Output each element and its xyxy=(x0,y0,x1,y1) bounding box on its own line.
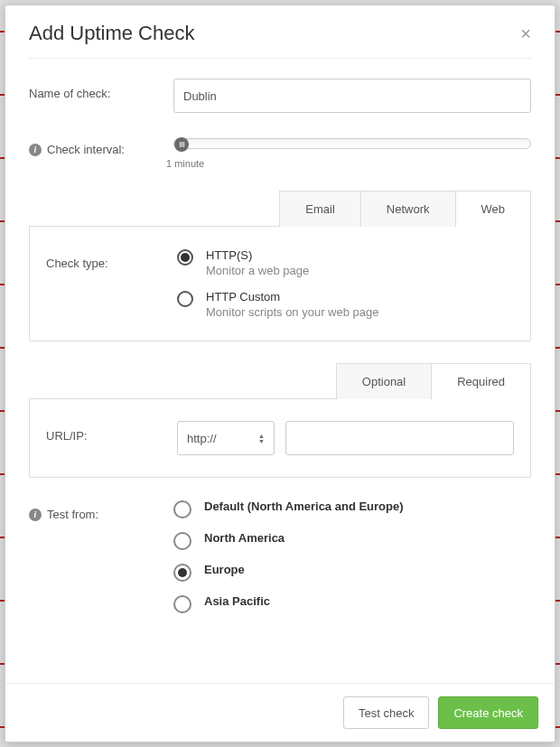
radio-region-north-america[interactable] xyxy=(173,532,191,550)
radio-title: HTTP(S) xyxy=(206,248,309,262)
radio-region-asia-pacific[interactable] xyxy=(173,595,191,613)
stepper-icon: ▲▼ xyxy=(258,434,265,444)
tab-email[interactable]: Email xyxy=(279,191,361,227)
radio-region-label: Asia Pacific xyxy=(204,594,270,608)
create-check-button[interactable]: Create check xyxy=(438,696,538,729)
radio-region-label: Europe xyxy=(204,563,245,576)
info-icon[interactable]: i xyxy=(29,509,42,521)
radio-http-custom[interactable] xyxy=(177,291,193,307)
modal-title: Add Uptime Check xyxy=(29,22,194,45)
check-interval-slider[interactable] xyxy=(173,138,531,149)
radio-region-label: North America xyxy=(204,531,285,545)
check-interval-label: Check interval: xyxy=(47,143,125,156)
radio-subtitle: Monitor scripts on your web page xyxy=(206,305,378,319)
info-icon[interactable]: i xyxy=(29,144,42,156)
add-uptime-check-modal: Add Uptime Check × Name of check: i Chec… xyxy=(5,5,555,742)
check-type-label: Check type: xyxy=(46,248,177,270)
radio-region-europe[interactable] xyxy=(173,564,191,582)
url-ip-label: URL/IP: xyxy=(46,421,177,443)
name-of-check-input[interactable] xyxy=(173,79,531,113)
modal-footer: Test check Create check xyxy=(5,683,555,742)
slider-handle[interactable] xyxy=(174,137,189,152)
radio-http-s-[interactable] xyxy=(177,249,193,266)
test-from-label: Test from: xyxy=(47,508,98,521)
url-ip-input[interactable] xyxy=(285,421,514,455)
tab-optional[interactable]: Optional xyxy=(336,363,432,399)
tab-required[interactable]: Required xyxy=(432,363,531,399)
radio-region-default-north-america-and-europe-[interactable] xyxy=(173,500,191,518)
url-scheme-value: http:// xyxy=(187,432,217,445)
check-interval-value: 1 minute xyxy=(166,158,531,169)
test-check-button[interactable]: Test check xyxy=(343,696,429,729)
tab-web[interactable]: Web xyxy=(456,191,532,227)
modal-scroll-area[interactable]: Add Uptime Check × Name of check: i Chec… xyxy=(5,5,555,683)
tab-network[interactable]: Network xyxy=(361,191,456,227)
radio-region-label: Default (North America and Europe) xyxy=(204,500,404,513)
url-scheme-select[interactable]: http:// ▲▼ xyxy=(177,421,275,455)
radio-title: HTTP Custom xyxy=(206,290,378,303)
close-icon[interactable]: × xyxy=(520,24,531,42)
radio-subtitle: Monitor a web page xyxy=(206,264,309,277)
name-of-check-label: Name of check: xyxy=(29,79,173,100)
